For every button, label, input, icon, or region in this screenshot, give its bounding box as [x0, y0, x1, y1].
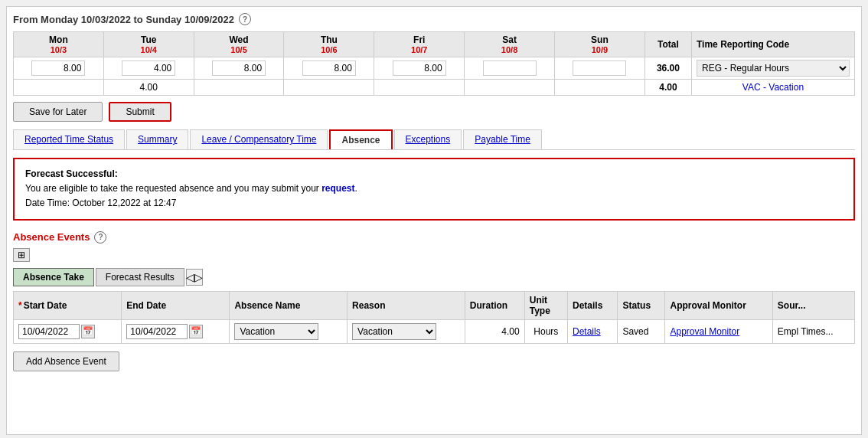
date-range-header: From Monday 10/03/2022 to Sunday 10/09/2…: [13, 13, 855, 25]
unit-type-value: Hours: [524, 319, 567, 343]
source-value: Empl Times...: [772, 319, 854, 343]
forecast-datetime: Date Time: October 12,2022 at 12:47: [25, 196, 843, 211]
tab-payable-time[interactable]: Payable Time: [463, 129, 542, 149]
start-date-input[interactable]: [18, 324, 80, 339]
forecast-highlight: request: [321, 183, 354, 194]
col-status: Status: [618, 291, 665, 319]
forecast-title: Forecast Successful:: [25, 167, 843, 181]
tab-exceptions[interactable]: Exceptions: [394, 129, 462, 149]
col-reason: Reason: [348, 291, 465, 319]
sub-tab-absence-take[interactable]: Absence Take: [13, 268, 94, 286]
end-date-cell: 📅: [126, 324, 224, 339]
col-end-date: End Date: [122, 291, 230, 319]
tue-header: Tue 10/4: [103, 32, 194, 57]
tue-input-1[interactable]: [122, 60, 175, 76]
trc-label-2: VAC - Vacation: [692, 80, 855, 96]
date-range-help-icon[interactable]: ?: [239, 13, 251, 25]
sun-input-1[interactable]: [573, 60, 626, 76]
absence-table: Start Date End Date Absence Name Reason …: [13, 291, 855, 344]
wed-input-1[interactable]: [212, 60, 266, 76]
wed-header: Wed 10/5: [194, 32, 284, 57]
add-absence-event-button[interactable]: Add Absence Event: [13, 351, 119, 371]
details-link[interactable]: Details: [573, 326, 601, 337]
forecast-message-line1: You are eligible to take the requested a…: [25, 181, 843, 196]
timesheet-row-1: 36.00 REG - Regular Hours VAC - Vacation…: [14, 57, 855, 80]
forecast-success-box: Forecast Successful: You are eligible to…: [13, 158, 855, 221]
absence-events-section: Absence Events ? ⊞ Absence Take Forecast…: [13, 231, 855, 371]
trc-header: Time Reporting Code: [692, 32, 855, 57]
submit-button[interactable]: Submit: [109, 102, 171, 122]
forecast-msg-part1: You are eligible to take the requested a…: [25, 183, 321, 194]
timesheet-table: Mon 10/3 Tue 10/4 Wed 10/5 Thu 10/6 Fri: [13, 31, 855, 96]
mon-header: Mon 10/3: [14, 32, 104, 57]
fri-header: Fri 10/7: [374, 32, 465, 57]
col-start-date: Start Date: [14, 291, 122, 319]
collapse-icon[interactable]: ◁▷: [186, 269, 203, 286]
tab-reported-time-status[interactable]: Reported Time Status: [13, 129, 125, 149]
absence-events-header: Absence Events ?: [13, 231, 855, 244]
tabs-bar: Reported Time Status Summary Leave / Com…: [13, 129, 855, 150]
total-header: Total: [644, 32, 691, 57]
col-details: Details: [567, 291, 617, 319]
status-value: Saved: [618, 319, 665, 343]
sat-header: Sat 10/8: [465, 32, 555, 57]
row2-total: 4.00: [644, 80, 691, 96]
col-duration: Duration: [465, 291, 524, 319]
sat-input-1[interactable]: [483, 60, 537, 76]
col-source: Sour...: [772, 291, 854, 319]
end-date-input[interactable]: [126, 324, 188, 339]
mon-input-1[interactable]: [31, 60, 85, 76]
approval-monitor-link[interactable]: Approval Monitor: [670, 326, 739, 337]
forecast-msg-part2: .: [355, 183, 357, 194]
absence-name-select[interactable]: Vacation: [234, 323, 318, 340]
end-date-calendar-icon[interactable]: 📅: [189, 325, 203, 338]
grid-view-icon[interactable]: ⊞: [13, 248, 30, 262]
absence-row-1: 📅 📅 Vacation: [14, 319, 855, 343]
sun-header: Sun 10/9: [554, 32, 644, 57]
absence-events-title: Absence Events: [13, 231, 90, 243]
action-buttons: Save for Later Submit: [13, 102, 855, 122]
fri-input-1[interactable]: [393, 60, 446, 76]
start-date-calendar-icon[interactable]: 📅: [81, 325, 95, 338]
thu-header: Thu 10/6: [284, 32, 374, 57]
tab-absence[interactable]: Absence: [329, 129, 392, 149]
forecast-title-text: Forecast Successful:: [25, 168, 118, 179]
date-range-text: From Monday 10/03/2022 to Sunday 10/09/2…: [13, 14, 234, 25]
row1-total: 36.00: [644, 57, 691, 80]
start-date-cell: 📅: [18, 324, 116, 339]
trc-select-1[interactable]: REG - Regular Hours VAC - Vacation OT - …: [697, 60, 850, 77]
tab-leave-compensatory[interactable]: Leave / Compensatory Time: [190, 129, 328, 149]
reason-select[interactable]: Vacation: [352, 323, 436, 340]
absence-events-help-icon[interactable]: ?: [94, 231, 106, 244]
absence-toolbar: ⊞: [13, 248, 855, 265]
col-unit-type: UnitType: [524, 291, 567, 319]
timesheet-row-2: 4.00 4.00 VAC - Vacation: [14, 80, 855, 96]
absence-sub-tabs: Absence Take Forecast Results ◁▷: [13, 268, 855, 286]
col-approval-monitor: Approval Monitor: [665, 291, 772, 319]
tab-summary[interactable]: Summary: [126, 129, 188, 149]
thu-input-1[interactable]: [302, 60, 356, 76]
tue-val-2: 4.00: [103, 80, 194, 96]
sub-tab-forecast-results[interactable]: Forecast Results: [96, 268, 184, 286]
main-container: From Monday 10/03/2022 to Sunday 10/09/2…: [6, 6, 862, 435]
save-for-later-button[interactable]: Save for Later: [13, 102, 103, 122]
col-absence-name: Absence Name: [230, 291, 348, 319]
duration-value: 4.00: [465, 319, 524, 343]
